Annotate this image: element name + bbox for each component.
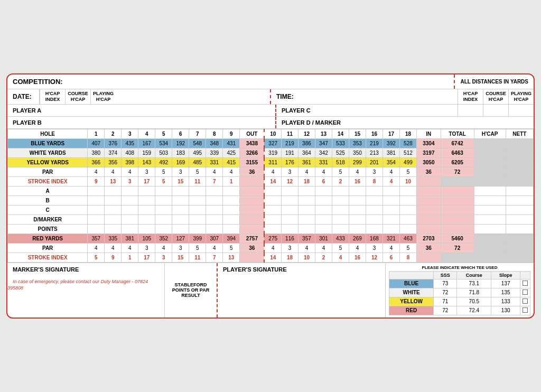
par2-11: 3: [281, 243, 298, 253]
player-b-row: PLAYER B PLAYER D / MARKER: [7, 117, 534, 129]
all-distances: ALL DISTANCES IN YARDS: [455, 76, 534, 88]
si1-hcap: [474, 176, 506, 186]
red-4: 105: [138, 234, 155, 243]
d-total: [441, 214, 474, 224]
d-4: [138, 214, 155, 224]
yellow-7: 485: [189, 157, 206, 167]
tee-red-checkbox[interactable]: [520, 306, 530, 315]
player-c-hcap-index: [458, 105, 483, 116]
top-header: COMPETITION: ALL DISTANCES IN YARDS: [7, 74, 534, 89]
par1-11: 3: [281, 167, 298, 176]
tee-white-sss: 72: [434, 288, 457, 297]
d-nett: [506, 214, 533, 224]
tee-yellow-checkbox[interactable]: [520, 297, 530, 306]
player-c-section: PLAYER C: [276, 105, 534, 116]
yellow-yards-label: YELLOW YARDS: [8, 157, 88, 167]
blue-in: 3304: [416, 138, 441, 148]
c-9: [223, 205, 240, 214]
yellow-nett: [506, 157, 533, 167]
c-14: [332, 205, 349, 214]
par1-9: 4: [223, 167, 240, 176]
a-total: [441, 186, 474, 195]
par2-14: 5: [332, 243, 349, 253]
c-2: [105, 205, 122, 214]
c-3: [122, 205, 138, 214]
d-8: [206, 214, 223, 224]
blue-nett: [506, 138, 533, 148]
c-7: [189, 205, 206, 214]
blue-8: 348: [206, 138, 223, 148]
white-16: 213: [366, 148, 383, 157]
par2-13: 4: [315, 243, 332, 253]
blue-14: 533: [332, 138, 349, 148]
marker-section: MARKER'S SIGNATURE In case of emergency,…: [7, 263, 165, 318]
course-hcap-header-right: COURSE H'CAP: [483, 89, 508, 104]
tee-yellow-sss: 71: [434, 297, 457, 306]
hole-2: 2: [105, 129, 122, 138]
par2-10: 4: [264, 243, 281, 253]
si1-in: [416, 176, 441, 186]
b-9: [223, 195, 240, 205]
d-18: [399, 214, 416, 224]
c-17: [383, 205, 399, 214]
tee-blue-row: BLUE 73 73.1 137: [389, 279, 530, 288]
b-6: [172, 195, 189, 205]
si2-2: 9: [105, 253, 122, 262]
a-9: [223, 186, 240, 195]
red-1: 357: [88, 234, 105, 243]
yellow-18: 499: [399, 157, 416, 167]
c-10: [264, 205, 281, 214]
c-nett: [506, 205, 533, 214]
yellow-total: 6205: [441, 157, 474, 167]
c-6: [172, 205, 189, 214]
si1-3: 3: [122, 176, 138, 186]
yellow-14: 518: [332, 157, 349, 167]
tee-white-checkbox[interactable]: [520, 288, 530, 297]
a-12: [298, 186, 315, 195]
hcap-index-header-right: H'CAP INDEX: [458, 89, 483, 104]
a-7: [189, 186, 206, 195]
si1-nett: [506, 176, 533, 186]
red-7: 399: [189, 234, 206, 243]
si2-11: 18: [281, 253, 298, 262]
pts-6: [172, 224, 189, 234]
total-header: TOTAL: [441, 129, 474, 138]
si2-total: [441, 253, 474, 262]
tee-white-slope: 135: [491, 288, 520, 297]
stroke-index-label-1: STROKE INDEX: [8, 176, 88, 186]
b-11: [281, 195, 298, 205]
si1-16: 8: [366, 176, 383, 186]
stroke-index-row-2: STROKE INDEX 5 9 1 17 3 15 11 7 13 14 18…: [8, 253, 534, 262]
blue-11: 219: [281, 138, 298, 148]
par2-4: 3: [138, 243, 155, 253]
pts-3: [122, 224, 138, 234]
si2-16: 12: [366, 253, 383, 262]
b-3: [122, 195, 138, 205]
player-sig-label: PLAYER'S SIGNATURE: [223, 266, 380, 273]
si2-8: 7: [206, 253, 223, 262]
si1-15: 16: [349, 176, 366, 186]
white-hcap: [474, 148, 506, 157]
c-5: [155, 205, 172, 214]
blue-4: 167: [138, 138, 155, 148]
player-c-hcap: [458, 105, 534, 116]
par1-17: 4: [383, 167, 399, 176]
hole-17: 17: [383, 129, 399, 138]
date-label: DATE:: [7, 90, 39, 104]
player-b-label: PLAYER B: [7, 117, 276, 128]
si1-total: [441, 176, 474, 186]
player-d-score-row: D/MARKER: [8, 214, 534, 224]
blue-9: 431: [223, 138, 240, 148]
tee-blue-label: BLUE: [389, 279, 434, 288]
si1-12: 18: [298, 176, 315, 186]
red-9: 394: [223, 234, 240, 243]
blue-16: 219: [366, 138, 383, 148]
player-sig-area: PLAYER'S SIGNATURE: [218, 263, 386, 318]
tee-blue-checkbox[interactable]: [520, 279, 530, 288]
b-in: [416, 195, 441, 205]
stroke-index-row-1: STROKE INDEX 9 13 3 17 5 15 11 7 1 14 12…: [8, 176, 534, 186]
d-11: [281, 214, 298, 224]
tee-yellow-row: YELLOW 71 70.5 133: [389, 297, 530, 306]
white-6: 183: [172, 148, 189, 157]
si1-7: 11: [189, 176, 206, 186]
